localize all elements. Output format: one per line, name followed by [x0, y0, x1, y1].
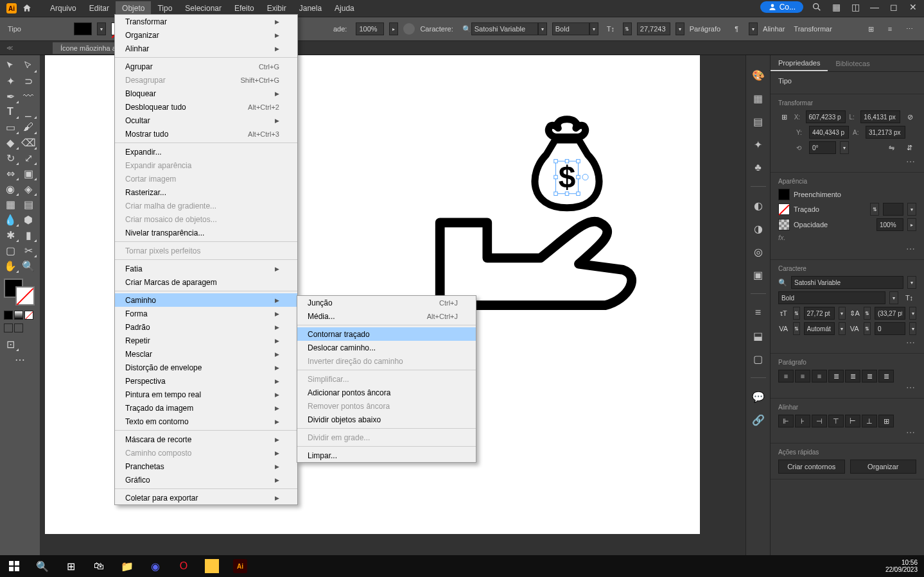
brushes-panel-icon[interactable]: ▤	[751, 114, 765, 128]
menu-ajuda[interactable]: Ajuda	[328, 1, 361, 15]
tracking-input[interactable]	[875, 322, 905, 335]
font-family-input[interactable]	[471, 22, 538, 35]
paragraph-icon[interactable]: ¶	[729, 22, 744, 35]
fill-dropdown[interactable]: ▾	[97, 22, 106, 35]
x-input[interactable]	[806, 110, 846, 123]
symbols-panel-icon[interactable]: ✦	[751, 137, 765, 151]
menu-item-fatia[interactable]: Fatia▶	[115, 262, 297, 275]
start-button[interactable]	[1, 556, 27, 576]
isolate-icon[interactable]: ⊞	[864, 22, 878, 35]
justify-left[interactable]: ≣	[828, 370, 844, 383]
menu-objeto[interactable]: Objeto	[116, 1, 151, 15]
align-h-left[interactable]: ⊩	[778, 415, 794, 427]
zoom-tool[interactable]: 🔍	[19, 258, 37, 273]
menu-selecionar[interactable]: Selecionar	[179, 1, 228, 15]
pen-tool[interactable]: ✒	[1, 89, 19, 104]
justify-right[interactable]: ≣	[862, 370, 877, 383]
maximize-button[interactable]: ◻	[888, 1, 900, 13]
width-tool[interactable]: ⇔	[1, 166, 19, 181]
align-to-icon[interactable]: ⊞	[878, 415, 894, 427]
kerning-input[interactable]	[804, 322, 835, 335]
task-view-icon[interactable]: ⊞	[58, 556, 83, 576]
criar-contornos-button[interactable]: Criar contornos	[778, 460, 845, 474]
menu-editar[interactable]: Editar	[83, 1, 116, 15]
rotate-tool[interactable]: ↻	[1, 150, 19, 166]
eyedropper-tool[interactable]: 💧	[1, 212, 19, 227]
stroke-weight-input[interactable]	[883, 203, 903, 216]
y-input[interactable]	[809, 126, 849, 139]
opacity-input[interactable]	[356, 22, 384, 35]
appearance-panel-icon[interactable]: ◎	[751, 245, 765, 259]
align-center[interactable]: ≡	[795, 370, 810, 383]
touch-type-tool[interactable]: ⎯	[19, 104, 37, 119]
char-font-weight[interactable]	[778, 291, 885, 304]
panel-collapse-arrow[interactable]: ≪	[6, 44, 13, 51]
menu-item-criar-marcas-de-aparagem[interactable]: Criar Marcas de aparagem	[115, 275, 297, 289]
links-panel-icon[interactable]: 🔗	[751, 413, 765, 427]
menu-item-desbloquear-tudo[interactable]: Desbloquear tudoAlt+Ctrl+2	[115, 100, 297, 114]
size-stepper[interactable]: ⇅	[623, 22, 632, 35]
caractere-more[interactable]: ⋯	[778, 338, 916, 348]
menu-item-ocultar[interactable]: Ocultar▶	[115, 114, 297, 127]
link-wh-icon[interactable]: ⊘	[904, 110, 916, 123]
menu-exibir[interactable]: Exibir	[261, 1, 293, 15]
l-input[interactable]	[860, 110, 900, 123]
paintbrush-tool[interactable]: 🖌	[19, 119, 37, 135]
justify-all[interactable]: ≣	[878, 370, 894, 383]
explorer-icon[interactable]: 📁	[114, 556, 140, 576]
swatches-panel-icon[interactable]: ▦	[751, 91, 765, 105]
color-panel-icon[interactable]: 🎨	[751, 68, 765, 82]
align-right[interactable]: ≡	[812, 370, 827, 383]
layers-panel-icon[interactable]: ≡	[751, 306, 765, 320]
illustrator-taskbar-icon[interactable]: Ai	[227, 556, 253, 576]
shape-builder-tool[interactable]: ◉	[1, 181, 19, 196]
mesh-tool[interactable]: ▦	[1, 196, 19, 212]
tracking-dd[interactable]: ▾	[909, 322, 916, 335]
stroke-weight-stepper[interactable]: ⇅	[870, 203, 879, 216]
align-v-top[interactable]: ⊤	[828, 415, 844, 427]
edit-toolbar[interactable]: ⋯	[1, 352, 39, 367]
menu-item-m-dia[interactable]: Média...Alt+Ctrl+J	[297, 309, 476, 323]
menu-item-pintura-em-tempo-real[interactable]: Pintura em tempo real▶	[115, 388, 297, 401]
fill-prop-swatch[interactable]	[778, 189, 790, 200]
symbol-sprayer-tool[interactable]: ✱	[1, 227, 19, 243]
menu-item-deslocar-caminho[interactable]: Deslocar caminho...	[297, 341, 476, 354]
menu-item-expandir[interactable]: Expandir...	[115, 145, 297, 159]
fx-label[interactable]: fx.	[778, 234, 786, 241]
menu-item-agrupar[interactable]: AgruparCtrl+G	[115, 60, 297, 73]
opacity-prop-swatch[interactable]	[778, 219, 790, 230]
font-weight-input[interactable]	[552, 22, 589, 35]
graphic-styles-icon[interactable]: ▣	[751, 268, 765, 282]
more-icon[interactable]: ⋯	[902, 22, 916, 35]
justify-center[interactable]: ≣	[845, 370, 860, 383]
artboards-panel-icon[interactable]: ▢	[751, 352, 765, 366]
leading-dd[interactable]: ▾	[909, 307, 916, 320]
comments-panel-icon[interactable]: 💬	[751, 390, 765, 404]
asset-export-icon[interactable]: ⬓	[751, 329, 765, 343]
align-v-bottom[interactable]: ⊥	[862, 415, 877, 427]
opera-icon[interactable]: O	[171, 556, 196, 576]
menu-item-mesclar[interactable]: Mesclar▶	[115, 347, 297, 361]
menu-item-m-scara-de-recorte[interactable]: Máscara de recorte▶	[115, 433, 297, 446]
menu-item-repetir[interactable]: Repetir▶	[115, 334, 297, 347]
gradient-tool[interactable]: ▤	[19, 196, 37, 212]
background-color[interactable]	[15, 286, 35, 306]
search-taskbar-icon[interactable]: 🔍	[30, 556, 55, 576]
char-size-input[interactable]	[804, 307, 835, 320]
opacity-prop-input[interactable]	[876, 218, 903, 231]
menu-item-alinhar[interactable]: Alinhar▶	[115, 42, 297, 55]
stroke-prop-swatch[interactable]	[778, 203, 790, 215]
font-size-dropdown[interactable]: ▾	[676, 22, 684, 35]
paragrafo-more[interactable]: ⋯	[778, 383, 916, 393]
type-tool[interactable]: T	[1, 104, 19, 119]
tab-propriedades[interactable]: Propriedades	[771, 55, 828, 71]
transparency-panel-icon[interactable]: ◑	[751, 221, 765, 236]
rectangle-tool[interactable]: ▭	[1, 119, 19, 135]
opacity-dropdown[interactable]: ▸	[389, 22, 398, 35]
menu-item-perspectiva[interactable]: Perspectiva▶	[115, 374, 297, 388]
aparencia-more[interactable]: ⋯	[778, 244, 916, 254]
color-mode-gradient[interactable]	[14, 311, 23, 320]
menu-item-pranchetas[interactable]: Pranchetas▶	[115, 460, 297, 473]
minimize-button[interactable]: —	[869, 1, 880, 13]
menu-item-rasterizar[interactable]: Rasterizar...	[115, 185, 297, 199]
